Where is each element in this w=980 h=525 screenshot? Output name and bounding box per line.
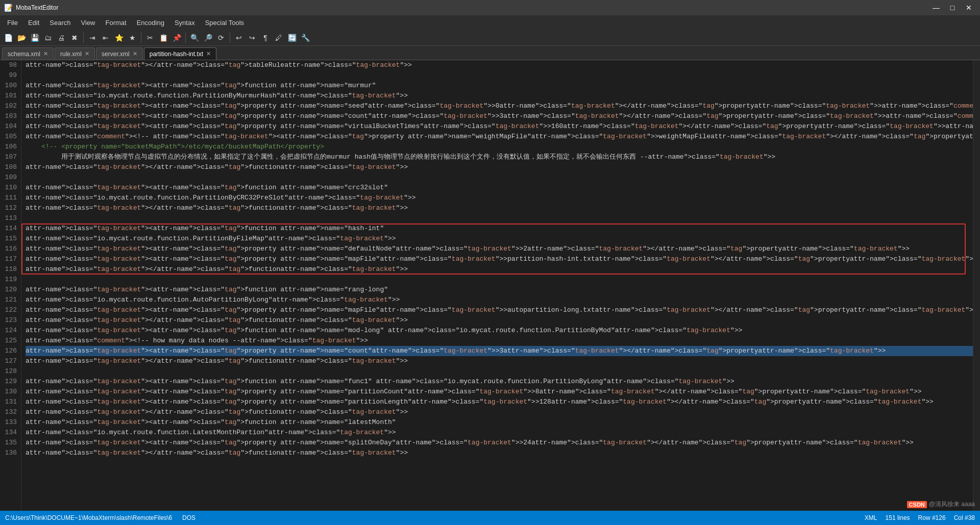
line-number: 114 [2, 223, 17, 234]
settings-button[interactable]: 🔧 [299, 32, 311, 44]
menu-item-syntax[interactable]: Syntax [169, 17, 200, 29]
code-line: attr-name">class="tag-bracket"><attr-nam… [26, 438, 973, 448]
minimize-button[interactable]: — [929, 3, 943, 13]
bookmark-add-button[interactable]: ⭐ [113, 32, 125, 44]
unindent-button[interactable]: ⇤ [100, 32, 112, 44]
line-number: 129 [2, 377, 17, 387]
menu-item-encoding[interactable]: Encoding [132, 17, 169, 29]
tab-schema-xml[interactable]: schema.xml✕ [2, 47, 54, 60]
save-button[interactable]: 💾 [29, 32, 41, 44]
find-next-button[interactable]: 🔎 [202, 32, 214, 44]
code-line: attr-name">class="io.mycat.route.functio… [26, 234, 973, 244]
sep4 [230, 33, 230, 43]
code-line: attr-name">class="io.mycat.route.functio… [26, 193, 973, 203]
titlebar: 📝 MobaTextEditor — □ ✕ [0, 0, 980, 15]
line-number: 131 [2, 397, 17, 407]
close-button[interactable]: ✕ [962, 3, 976, 13]
print-button[interactable]: 🖨 [55, 32, 67, 44]
maximize-button[interactable]: □ [945, 3, 960, 13]
tab-close-icon[interactable]: ✕ [85, 51, 89, 57]
copy-button[interactable]: 📋 [157, 32, 169, 44]
line-number: 109 [2, 172, 17, 183]
save-all-button[interactable]: 🗂 [42, 32, 54, 44]
editor-area: 9899100101102103104105106107108109110111… [0, 60, 980, 511]
line-number: 133 [2, 417, 17, 428]
menubar: FileEditSearchViewFormatEncodingSyntaxSp… [0, 15, 980, 30]
code-line: attr-name">class="tag-bracket"><attr-nam… [26, 121, 973, 132]
code-line: attr-name">class="tag-bracket"></attr-na… [26, 162, 973, 172]
encoding-label: XML [865, 514, 877, 521]
toolbar: 📄 📂 💾 🗂 🖨 ✖ ⇥ ⇤ ⭐ ★ ✂ 📋 📌 🔍 🔎 ⟳ ↩ ↪ ¶ 🖊 … [0, 30, 980, 46]
code-line: attr-name">class="io.mycat.route.functio… [26, 91, 973, 101]
line-number: 117 [2, 254, 17, 264]
tab-label: server.xml [102, 51, 130, 58]
code-line: attr-name">class="tag-bracket"><attr-nam… [26, 417, 973, 428]
tab-close-icon[interactable]: ✕ [43, 51, 48, 57]
line-number: 105 [2, 132, 17, 142]
line-number: 132 [2, 407, 17, 417]
code-line: attr-name">class="tag-bracket"></attr-na… [26, 356, 973, 366]
line-number: 98 [2, 60, 17, 70]
menu-item-format[interactable]: Format [101, 17, 132, 29]
code-line: attr-name">class="tag-bracket"><attr-nam… [26, 101, 973, 111]
redo-button[interactable]: ↪ [246, 32, 258, 44]
line-number: 125 [2, 336, 17, 346]
tab-close-icon[interactable]: ✕ [133, 51, 137, 57]
statusbar: C:\Users\Think\DOCUME~1\MobaXterm\slash\… [0, 511, 980, 525]
refresh-button[interactable]: 🔄 [286, 32, 298, 44]
line-number: 102 [2, 101, 17, 111]
code-line: <!-- <property name="bucketMapPath">/etc… [26, 142, 973, 152]
line-number: 130 [2, 387, 17, 397]
code-line [26, 172, 973, 183]
menu-item-search[interactable]: Search [44, 17, 76, 29]
sync-button[interactable]: ⟳ [215, 32, 227, 44]
undo-button[interactable]: ↩ [233, 32, 245, 44]
app-title: MobaTextEditor [16, 4, 929, 11]
bookmark-nav-button[interactable]: ★ [126, 32, 138, 44]
code-content[interactable]: attr-name">class="tag-bracket"></attr-na… [21, 60, 973, 458]
tab-close-icon[interactable]: ✕ [206, 51, 211, 57]
menu-item-special-tools[interactable]: Special Tools [200, 17, 249, 29]
code-line: attr-name">class="tag-bracket"></attr-na… [26, 60, 973, 70]
open-button[interactable]: 📂 [15, 32, 28, 44]
code-line: attr-name">class="tag-bracket"><attr-nam… [26, 183, 973, 193]
code-line: attr-name">class="comment"><!-- attr-nam… [26, 132, 973, 142]
code-line [26, 366, 973, 377]
close-file-button[interactable]: ✖ [68, 32, 81, 44]
code-line: attr-name">class="tag-bracket"><attr-nam… [26, 326, 973, 336]
code-line: 用于测试时观察各物理节点与虚拟节点的分布情况，如果指定了这个属性，会把虚拟节点的… [26, 152, 973, 162]
tab-label: schema.xml [8, 51, 40, 58]
menu-item-file[interactable]: File [2, 17, 23, 29]
new-file-button[interactable]: 📄 [2, 32, 14, 44]
scrollbar[interactable] [973, 60, 980, 511]
highlight-button[interactable]: 🖊 [273, 32, 285, 44]
line-numbers: 9899100101102103104105106107108109110111… [0, 60, 21, 511]
tab-rule-xml[interactable]: rule.xml✕ [55, 47, 95, 60]
code-line: attr-name">class="tag-bracket"><attr-nam… [26, 254, 973, 264]
line-number: 115 [2, 234, 17, 244]
code-line: attr-name">class="tag-bracket"><attr-nam… [26, 244, 973, 254]
file-path: C:\Users\Think\DOCUME~1\MobaXterm\slash\… [5, 514, 172, 521]
col-info: Col #38 [954, 514, 975, 521]
indent-button[interactable]: ⇥ [86, 32, 99, 44]
format-para-button[interactable]: ¶ [259, 32, 272, 44]
code-line [26, 213, 973, 223]
line-count: 151 lines [886, 514, 910, 521]
tab-partition-hash-int-txt[interactable]: partition-hash-int.txt✕ [144, 47, 216, 60]
cut-button[interactable]: ✂ [144, 32, 156, 44]
code-line: attr-name">class="tag-bracket"></attr-na… [26, 203, 973, 213]
statusbar-right: XML 151 lines Row #126 Col #38 [865, 514, 975, 521]
sep3 [185, 33, 186, 43]
tab-server-xml[interactable]: server.xml✕ [96, 47, 143, 60]
menu-item-edit[interactable]: Edit [23, 17, 44, 29]
code-line: attr-name">class="tag-bracket"><attr-nam… [26, 285, 973, 295]
line-number: 111 [2, 193, 17, 203]
menu-item-view[interactable]: View [76, 17, 101, 29]
line-number: 124 [2, 326, 17, 336]
tabs-bar: schema.xml✕rule.xml✕server.xml✕partition… [0, 46, 980, 60]
find-button[interactable]: 🔍 [188, 32, 201, 44]
line-number: 99 [2, 70, 17, 81]
paste-button[interactable]: 📌 [170, 32, 183, 44]
code-line: attr-name">class="io.mycat.route.functio… [26, 295, 973, 305]
line-number: 119 [2, 274, 17, 285]
